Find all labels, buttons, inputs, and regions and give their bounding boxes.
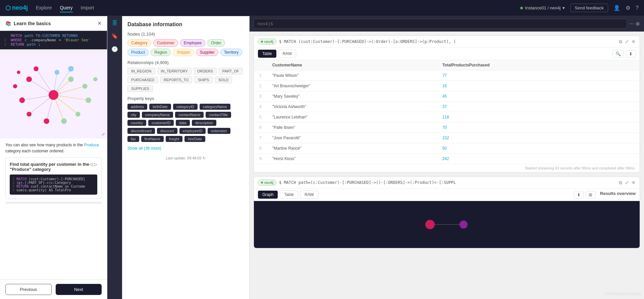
svg-point-12 bbox=[49, 90, 58, 100]
copy-icon[interactable]: ⧉ bbox=[619, 39, 622, 45]
nav-right: Instance01 / neo4j ▾ Send feedback 👤 ⚙ ? bbox=[520, 4, 639, 12]
prop-address[interactable]: address bbox=[127, 104, 147, 110]
raw-tab-2[interactable]: RAW bbox=[300, 191, 318, 199]
help-icon[interactable]: ? bbox=[636, 5, 639, 11]
prop-customerid[interactable]: customerID bbox=[148, 120, 174, 126]
rel-purchased[interactable]: PURCHASED bbox=[127, 77, 158, 83]
prop-contactname[interactable]: contactName bbox=[175, 112, 204, 118]
query-input[interactable] bbox=[254, 19, 627, 29]
search-table-button[interactable]: 🔍 bbox=[612, 50, 624, 58]
tag-category[interactable]: Category bbox=[127, 39, 151, 47]
close-result-1-button[interactable]: ✕ bbox=[632, 39, 636, 44]
prop-birthdate[interactable]: birthDate bbox=[149, 104, 171, 110]
query-more-button[interactable]: ⋯ bbox=[629, 20, 634, 27]
tutorial-text: You can also see how many products in th… bbox=[0, 139, 107, 157]
tutorial-produce-link[interactable]: Produce bbox=[84, 143, 99, 147]
total-products-cell: 70 bbox=[437, 122, 640, 133]
rel-in-territory[interactable]: IN_TERRITORY bbox=[157, 68, 192, 74]
prop-country[interactable]: country bbox=[127, 120, 146, 126]
nav-query[interactable]: Query bbox=[60, 4, 72, 12]
tag-region[interactable]: Region bbox=[151, 49, 171, 56]
prop-employeeid[interactable]: employeeID bbox=[179, 128, 206, 134]
prop-fax[interactable]: fax bbox=[127, 136, 139, 142]
learn-panel: 📚 Learn the basics ✕ MATCH path TO:CUSTO… bbox=[0, 16, 107, 299]
tag-employee[interactable]: Employee bbox=[180, 39, 205, 47]
prop-discontinued[interactable]: discontinued bbox=[127, 128, 155, 134]
rel-part-of[interactable]: PART_OF bbox=[219, 68, 243, 74]
show-all-link[interactable]: Show all (39 more) bbox=[127, 146, 161, 151]
tag-shipper[interactable]: Shipper bbox=[173, 49, 194, 56]
code-line-2: 2 WHERE c.companyName = 'Blauer See' bbox=[4, 38, 103, 42]
rel-supplies[interactable]: SUPPLIES bbox=[127, 85, 153, 92]
database-icon[interactable]: 🗄 bbox=[112, 20, 117, 26]
prop-firstname[interactable]: firstName bbox=[141, 136, 164, 142]
tag-product[interactable]: Product bbox=[127, 49, 149, 56]
expand-icon[interactable]: ⤢ bbox=[625, 39, 629, 44]
graph-result-svg bbox=[254, 201, 640, 248]
prop-companyname[interactable]: companyName bbox=[142, 112, 173, 118]
find-prev-icon[interactable]: ◁ bbox=[89, 162, 93, 167]
rel-orders[interactable]: ORDERS bbox=[194, 68, 217, 74]
rel-reports-to[interactable]: REPORTS_TO bbox=[160, 77, 192, 83]
db-title: Database information bbox=[127, 21, 244, 28]
tag-supplier[interactable]: Supplier bbox=[196, 49, 218, 56]
settings-icon[interactable]: ⚙ bbox=[626, 5, 630, 11]
prop-categoryname[interactable]: categoryName bbox=[200, 104, 230, 110]
copy-result2-icon[interactable]: ⧉ bbox=[619, 180, 622, 186]
table-row: 3 "Mary Saveley" 45 bbox=[254, 91, 640, 102]
svg-point-26 bbox=[93, 77, 97, 81]
tag-order[interactable]: Order bbox=[207, 39, 225, 47]
results-overview-label: Results overview bbox=[600, 191, 636, 199]
svg-point-28 bbox=[425, 220, 435, 229]
row-number: 8 bbox=[254, 143, 267, 154]
refresh-icon[interactable]: ↻ bbox=[203, 156, 206, 160]
previous-button[interactable]: Previous bbox=[5, 284, 52, 295]
row-number: 5 bbox=[254, 112, 267, 122]
customer-name-cell: "Mary Saveley" bbox=[267, 91, 437, 102]
bookmark-icon[interactable]: 🔖 bbox=[111, 33, 118, 39]
query-settings-button[interactable]: ⚙ bbox=[636, 21, 640, 27]
send-feedback-button[interactable]: Send feedback bbox=[570, 4, 608, 12]
prop-discount[interactable]: discount bbox=[157, 128, 177, 134]
property-keys-section-title: Property keys bbox=[127, 96, 244, 101]
nav-import[interactable]: Import bbox=[81, 4, 94, 12]
history-icon[interactable]: 🕐 bbox=[111, 46, 118, 52]
download-graph-button[interactable]: ⬇ bbox=[574, 191, 584, 199]
table-tab-2[interactable]: Table bbox=[280, 191, 298, 199]
graph-expand-button[interactable]: ⤢ bbox=[102, 132, 105, 137]
relationships-tag-list: IN_REGION IN_TERRITORY ORDERS PART_OF PU… bbox=[127, 68, 244, 92]
download-table-button[interactable]: ⬇ bbox=[626, 50, 636, 58]
graph-tab[interactable]: Graph bbox=[258, 191, 278, 199]
prop-hiredate[interactable]: hireDate bbox=[184, 136, 205, 142]
prop-freight[interactable]: freight bbox=[166, 136, 183, 142]
find-next-icon[interactable]: ▷ bbox=[94, 162, 97, 167]
user-icon[interactable]: 👤 bbox=[613, 5, 620, 11]
nav-logo: ⬡ neo4j bbox=[5, 4, 28, 12]
next-button[interactable]: Next bbox=[56, 284, 102, 295]
tag-territory[interactable]: Territory bbox=[220, 49, 242, 56]
prop-extension[interactable]: extension bbox=[208, 128, 230, 134]
expand-result2-icon[interactable]: ⤢ bbox=[625, 180, 629, 185]
prop-description[interactable]: description bbox=[192, 120, 216, 126]
rel-ships[interactable]: SHIPS bbox=[194, 77, 213, 83]
prop-contacttitle[interactable]: contactTitle bbox=[206, 112, 231, 118]
close-result-2-button[interactable]: ✕ bbox=[632, 180, 636, 185]
svg-point-19 bbox=[68, 77, 74, 82]
rel-in-region[interactable]: IN_REGION bbox=[127, 68, 155, 74]
learn-close-button[interactable]: ✕ bbox=[97, 20, 102, 27]
prop-categoryid[interactable]: categoryID bbox=[173, 104, 198, 110]
find-section: Find total quantity per customer in the … bbox=[5, 157, 102, 199]
prop-city[interactable]: city bbox=[127, 112, 140, 118]
raw-tab[interactable]: RAW bbox=[278, 50, 297, 58]
nav-explore[interactable]: Explore bbox=[36, 4, 52, 12]
instance-selector[interactable]: Instance01 / neo4j ▾ bbox=[520, 5, 565, 10]
layout-graph-button[interactable]: ⊞ bbox=[586, 191, 595, 199]
tag-customer[interactable]: Customer bbox=[153, 39, 178, 47]
bottom-nav: Previous Next bbox=[0, 280, 107, 299]
total-products-cell: 77 bbox=[437, 70, 640, 81]
total-products-cell: 242 bbox=[437, 154, 640, 164]
rel-sold[interactable]: SOLD bbox=[215, 77, 232, 83]
prop-data[interactable]: data bbox=[176, 120, 190, 126]
table-tab[interactable]: Table bbox=[258, 50, 276, 58]
horizontal-scrollbar[interactable] bbox=[5, 202, 102, 204]
